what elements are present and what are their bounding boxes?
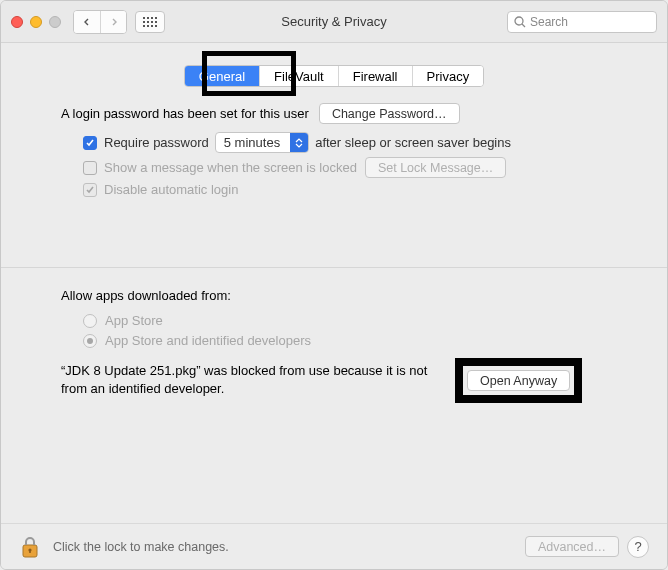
disable-auto-login-checkbox [83, 183, 97, 197]
svg-line-13 [522, 24, 525, 27]
search-field[interactable] [507, 11, 657, 33]
blocked-app-message: “JDK 8 Update 251.pkg” was blocked from … [61, 362, 441, 397]
require-password-delay-value: 5 minutes [224, 135, 280, 150]
radio-app-store [83, 314, 97, 328]
footer: Click the lock to make changes. Advanced… [1, 523, 667, 569]
section-divider [1, 267, 667, 268]
nav-buttons [73, 10, 127, 34]
help-button[interactable]: ? [627, 536, 649, 558]
lock-button[interactable] [19, 534, 41, 560]
lock-icon [20, 535, 40, 559]
svg-rect-16 [29, 550, 31, 553]
radio-app-store-identified [83, 334, 97, 348]
lock-message: Click the lock to make changes. [53, 540, 525, 554]
chevron-right-icon [110, 18, 118, 26]
tab-privacy[interactable]: Privacy [412, 66, 484, 86]
svg-point-12 [515, 17, 523, 25]
show-lock-message-checkbox [83, 161, 97, 175]
search-input[interactable] [530, 15, 650, 29]
select-stepper-icon [290, 133, 308, 152]
allow-apps-section: Allow apps downloaded from: App Store Ap… [83, 288, 623, 399]
titlebar: Security & Privacy [1, 1, 667, 43]
back-button[interactable] [74, 11, 100, 33]
svg-rect-5 [147, 21, 149, 23]
zoom-window-button [49, 16, 61, 28]
svg-rect-9 [147, 25, 149, 27]
svg-rect-3 [155, 17, 157, 19]
svg-rect-1 [147, 17, 149, 19]
check-icon [85, 138, 95, 148]
open-anyway-button[interactable]: Open Anyway [467, 370, 570, 391]
tabs-row: General FileVault Firewall Privacy [25, 65, 643, 87]
show-all-button[interactable] [135, 11, 165, 33]
window-controls [11, 16, 61, 28]
require-password-delay-select[interactable]: 5 minutes [215, 132, 309, 153]
chevron-left-icon [83, 18, 91, 26]
radio-app-store-identified-label: App Store and identified developers [105, 333, 311, 348]
svg-rect-4 [143, 21, 145, 23]
svg-rect-6 [151, 21, 153, 23]
tab-general[interactable]: General [185, 66, 259, 86]
login-section: A login password has been set for this u… [83, 103, 615, 197]
preferences-window: Security & Privacy General FileVault Fir… [0, 0, 668, 570]
tab-filevault[interactable]: FileVault [259, 66, 338, 86]
disable-auto-login-label: Disable automatic login [104, 182, 238, 197]
close-window-button[interactable] [11, 16, 23, 28]
allow-apps-title: Allow apps downloaded from: [61, 288, 623, 303]
help-icon: ? [634, 539, 641, 554]
svg-rect-7 [155, 21, 157, 23]
svg-rect-8 [143, 25, 145, 27]
forward-button[interactable] [100, 11, 126, 33]
svg-rect-10 [151, 25, 153, 27]
search-icon [514, 16, 526, 28]
show-lock-message-label: Show a message when the screen is locked [104, 160, 357, 175]
change-password-button[interactable]: Change Password… [319, 103, 460, 124]
pane-body: General FileVault Firewall Privacy A log… [1, 43, 667, 523]
svg-rect-2 [151, 17, 153, 19]
svg-rect-0 [143, 17, 145, 19]
grid-icon [143, 17, 157, 27]
set-lock-message-button: Set Lock Message… [365, 157, 506, 178]
minimize-window-button[interactable] [30, 16, 42, 28]
svg-rect-11 [155, 25, 157, 27]
require-password-checkbox[interactable] [83, 136, 97, 150]
login-password-message: A login password has been set for this u… [61, 106, 309, 121]
tab-firewall[interactable]: Firewall [338, 66, 412, 86]
advanced-button: Advanced… [525, 536, 619, 557]
tabs: General FileVault Firewall Privacy [184, 65, 484, 87]
radio-app-store-label: App Store [105, 313, 163, 328]
check-icon [85, 185, 95, 195]
require-password-label: Require password [104, 135, 209, 150]
after-sleep-label: after sleep or screen saver begins [315, 135, 511, 150]
